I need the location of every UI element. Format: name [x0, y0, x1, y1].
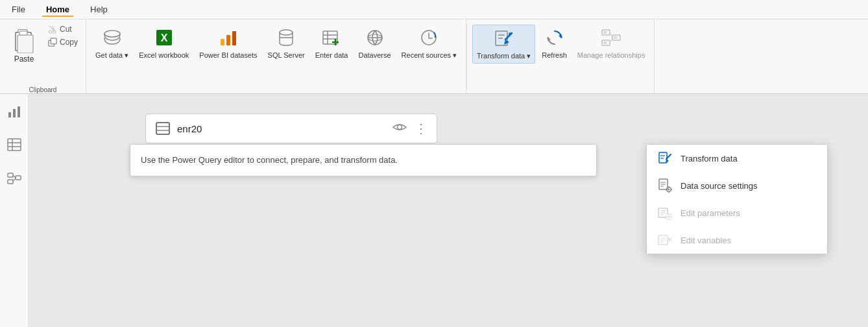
- svg-rect-54: [8, 139, 21, 151]
- dropdown-transform-icon: [657, 151, 673, 165]
- dropdown-transform-label: Transform data: [681, 154, 738, 164]
- svg-marker-35: [504, 40, 509, 45]
- transform-group: Transform data ▾ Refresh: [467, 19, 655, 93]
- get-data-icon: [102, 27, 123, 48]
- card-eye-icon[interactable]: [392, 122, 407, 136]
- copy-label: Copy: [60, 38, 78, 47]
- dropdown-edit-parameters[interactable]: Edit parameters: [647, 199, 827, 226]
- dropdown-edit-variables[interactable]: Edit variables: [647, 226, 827, 254]
- left-sidebar: [0, 94, 29, 327]
- clipboard-group: Paste Cut: [0, 19, 86, 93]
- enter-data-button[interactable]: Enter data: [311, 25, 352, 62]
- manage-relationships-button[interactable]: Manage relationships: [573, 25, 649, 62]
- refresh-icon: [544, 27, 565, 48]
- svg-line-49: [610, 32, 612, 38]
- sql-label: SQL Server: [268, 51, 305, 60]
- paste-button[interactable]: Paste: [5, 23, 43, 67]
- sql-icon: [276, 27, 296, 48]
- enter-data-icon: [321, 27, 342, 48]
- tooltip-box: Use the Power Query editor to connect, p…: [130, 144, 597, 176]
- svg-rect-59: [8, 180, 13, 184]
- menu-bar: File Home Help: [0, 0, 868, 19]
- sidebar-table-icon[interactable]: [3, 134, 25, 159]
- svg-point-13: [104, 30, 120, 37]
- svg-rect-40: [602, 30, 610, 35]
- svg-rect-12: [51, 38, 56, 44]
- transform-icon: [494, 28, 514, 49]
- dropdown-data-source-settings[interactable]: Data source settings: [647, 172, 827, 199]
- get-data-label: Get data ▾: [95, 51, 128, 60]
- clipboard-label: Clipboard: [5, 84, 80, 93]
- dropdown-edit-vars-label: Edit variables: [681, 236, 731, 245]
- svg-rect-66: [156, 123, 169, 134]
- svg-rect-52: [13, 109, 16, 117]
- svg-rect-68: [659, 152, 667, 163]
- svg-point-67: [398, 125, 402, 129]
- transform-data-button[interactable]: Transform data ▾: [472, 25, 535, 64]
- svg-rect-58: [8, 173, 13, 177]
- dropdown-transform-data[interactable]: Transform data: [647, 145, 827, 172]
- menu-file[interactable]: File: [8, 2, 29, 17]
- recent-sources-label: Recent sources ▾: [402, 51, 457, 60]
- excel-icon: X: [154, 27, 175, 48]
- svg-rect-17: [226, 35, 230, 45]
- clipboard-side: Cut Copy: [45, 23, 80, 48]
- svg-text:X: X: [160, 32, 167, 43]
- card-left: enr20: [155, 121, 202, 136]
- menu-help[interactable]: Help: [86, 2, 112, 17]
- excel-button[interactable]: X Excel workbook: [135, 25, 193, 62]
- paste-label: Paste: [14, 54, 34, 64]
- svg-rect-18: [232, 31, 236, 45]
- svg-point-19: [280, 30, 293, 35]
- copy-icon: [48, 38, 57, 47]
- dataverse-button[interactable]: Dataverse: [354, 25, 394, 62]
- svg-rect-16: [221, 39, 224, 45]
- card-actions: ⋮: [392, 121, 428, 136]
- excel-label: Excel workbook: [139, 51, 189, 60]
- svg-point-9: [49, 30, 51, 33]
- card-menu-icon[interactable]: ⋮: [415, 121, 428, 136]
- svg-point-78: [668, 189, 670, 191]
- sql-button[interactable]: SQL Server: [264, 25, 309, 62]
- svg-line-62: [13, 178, 16, 182]
- dropdown-gear-icon: [657, 178, 673, 193]
- transform-data-label: Transform data ▾: [477, 51, 531, 60]
- cut-icon: [48, 25, 57, 34]
- svg-rect-53: [18, 106, 20, 117]
- svg-line-50: [610, 38, 612, 43]
- dropdown-edit-params-label: Edit parameters: [681, 208, 740, 218]
- ribbon: Paste Cut: [0, 19, 868, 94]
- tooltip-text: Use the Power Query editor to connect, p…: [141, 155, 398, 165]
- recent-icon: [418, 27, 439, 48]
- get-data-button[interactable]: Get data ▾: [91, 25, 132, 62]
- clipboard-top: Paste Cut: [5, 23, 80, 84]
- svg-point-10: [53, 30, 55, 33]
- svg-rect-5: [18, 35, 33, 53]
- sidebar-entity-icon[interactable]: [3, 167, 25, 192]
- cut-button[interactable]: Cut: [45, 23, 80, 35]
- svg-line-34: [505, 33, 512, 40]
- cut-label: Cut: [60, 25, 72, 34]
- refresh-button[interactable]: Refresh: [538, 25, 571, 62]
- svg-rect-43: [602, 40, 610, 45]
- manage-rel-label: Manage relationships: [577, 51, 645, 60]
- svg-rect-46: [612, 35, 620, 40]
- refresh-label: Refresh: [542, 51, 567, 60]
- sidebar-chart-icon[interactable]: [3, 101, 25, 126]
- card-title: enr20: [177, 123, 202, 134]
- dataverse-icon: [365, 27, 385, 48]
- recent-sources-button[interactable]: Recent sources ▾: [398, 25, 461, 62]
- dropdown-params-icon: [657, 206, 673, 220]
- canvas-card: enr20 ⋮: [145, 114, 437, 143]
- powerbi-icon: [218, 27, 239, 48]
- powerbi-label: Power BI datasets: [199, 51, 257, 60]
- svg-rect-51: [8, 112, 11, 117]
- enter-data-label: Enter data: [315, 51, 348, 60]
- copy-button[interactable]: Copy: [45, 36, 80, 48]
- paste-icon: [13, 27, 35, 53]
- dropdown-data-source-label: Data source settings: [681, 181, 758, 191]
- svg-rect-60: [16, 176, 21, 180]
- powerbi-button[interactable]: Power BI datasets: [195, 25, 261, 62]
- transform-dropdown: Transform data Data source settings: [646, 144, 828, 254]
- menu-home[interactable]: Home: [42, 2, 73, 17]
